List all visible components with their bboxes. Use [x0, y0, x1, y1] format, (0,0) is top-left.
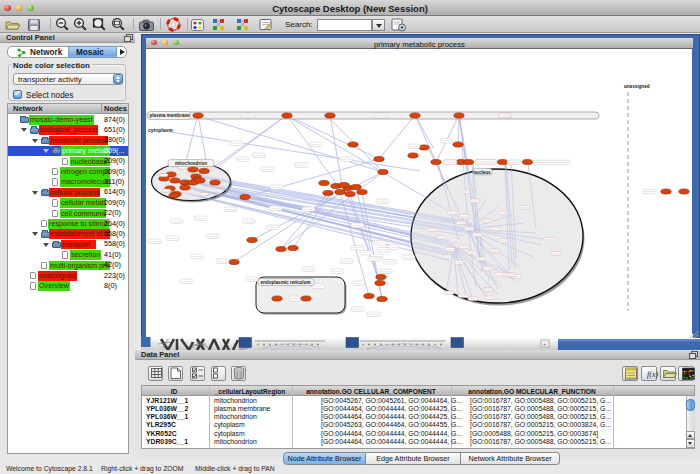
svg-text:unassigned: unassigned: [624, 84, 650, 89]
svg-text:nucleus: nucleus: [473, 169, 491, 174]
svg-text:mitochondrion: mitochondrion: [175, 161, 207, 166]
svg-text:f(x): f(x): [647, 370, 658, 379]
svg-text:+: +: [543, 341, 546, 347]
svg-text:endoplasmic reticulum: endoplasmic reticulum: [261, 280, 311, 285]
svg-text:plasma membrane: plasma membrane: [150, 113, 191, 118]
svg-text:cytoplasm: cytoplasm: [148, 127, 173, 133]
